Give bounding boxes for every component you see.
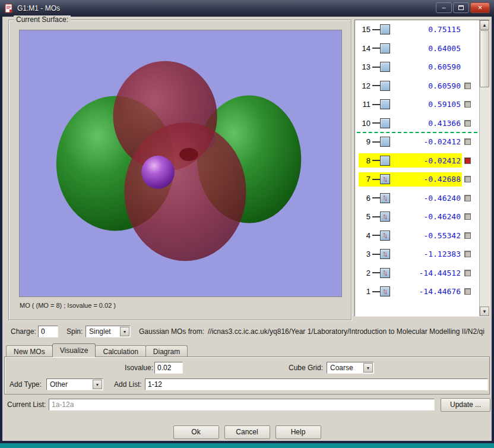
mo-occupancy-icon[interactable]: ↑↓: [380, 268, 390, 278]
spin-down-arrow-icon: ↓: [384, 269, 388, 277]
mo-surface-viewport[interactable]: [19, 30, 342, 297]
mo-occupancy-icon[interactable]: ↑↓: [380, 81, 390, 91]
mo-row[interactable]: 15 ↑↓ 0.75115: [355, 20, 479, 39]
mo-row[interactable]: 13 ↑↓ 0.60590: [355, 58, 479, 77]
scroll-down-icon[interactable]: ▼: [480, 307, 489, 316]
tab-bar: New MOs Visualize Calculation Diagram: [6, 344, 187, 357]
mo-checkbox[interactable]: [464, 288, 471, 295]
mo-checkbox[interactable]: [464, 101, 471, 108]
mo-row-main: 4 ↑↓ -0.55342: [359, 228, 462, 242]
mo-connector-line: [372, 160, 380, 161]
mo-checkbox[interactable]: [464, 83, 471, 89]
mo-checkbox[interactable]: [464, 251, 471, 257]
mo-occupancy-icon[interactable]: ↑↓: [380, 62, 390, 72]
add-list-input[interactable]: [145, 378, 488, 390]
mo-energy-value: -0.02412: [390, 137, 462, 146]
mo-row-main: 13 ↑↓ 0.60590: [359, 60, 462, 74]
ok-button[interactable]: Ok: [173, 425, 219, 439]
mo-energy-value: -0.46240: [390, 212, 462, 221]
mo-checkbox[interactable]: [464, 195, 471, 201]
mo-checkbox[interactable]: [464, 120, 471, 127]
mo-occupancy-icon[interactable]: ↑↓: [380, 118, 390, 128]
tab-diagram[interactable]: Diagram: [145, 345, 188, 357]
title-bar[interactable]: G1:M1 - MOs – ×: [0, 0, 494, 17]
mo-energy-value: 0.59105: [390, 100, 462, 109]
mo-occupancy-icon[interactable]: ↑↓: [380, 193, 390, 203]
cancel-button[interactable]: Cancel: [224, 425, 270, 439]
spin-down-arrow-icon: ↓: [384, 250, 388, 258]
mo-number: 1: [359, 287, 370, 296]
mo-row[interactable]: 14 ↑↓ 0.64005: [355, 39, 479, 58]
mo-number: 12: [359, 81, 370, 90]
mo-number: 13: [359, 62, 370, 71]
mo-row-main: 8 ↑↓ -0.02412: [359, 153, 462, 168]
cube-grid-label: Cube Grid:: [289, 364, 323, 372]
mo-list-rows: 15 ↑↓ 0.75115 14 ↑↓ 0.64005 13 ↑↓ 0.6059…: [355, 20, 479, 316]
mo-checkbox[interactable]: [464, 176, 471, 182]
source-path: //icnas3.cc.ic.ac.uk/yq816/Year 1/Labora…: [208, 327, 484, 336]
mo-row[interactable]: 10 ↑↓ 0.41366: [355, 114, 479, 133]
mo-number: 9: [359, 137, 370, 146]
mo-occupancy-icon[interactable]: ↑↓: [380, 174, 390, 184]
mo-checkbox[interactable]: [464, 270, 471, 276]
mo-row[interactable]: 3 ↑↓ -1.12383: [355, 245, 479, 264]
current-list-input[interactable]: [49, 399, 435, 411]
cube-grid-select[interactable]: Coarse ▼: [327, 362, 374, 374]
scroll-up-icon[interactable]: ▲: [480, 20, 489, 30]
mo-row[interactable]: 12 ↑↓ 0.60590: [355, 77, 479, 96]
mo-occupancy-icon[interactable]: ↑↓: [380, 212, 390, 222]
mo-occupancy-icon[interactable]: ↑↓: [380, 249, 390, 259]
mo-row[interactable]: 6 ↑↓ -0.46240: [355, 189, 479, 208]
mo-occupancy-icon[interactable]: ↑↓: [380, 43, 390, 53]
mo-row[interactable]: 2 ↑↓ -14.44512: [355, 264, 479, 283]
close-button[interactable]: ×: [470, 2, 490, 13]
mo-occupancy-icon[interactable]: ↑↓: [380, 286, 390, 296]
mo-row[interactable]: 9 ↑↓ -0.02412: [355, 132, 479, 152]
mo-connector-line: [372, 179, 380, 180]
mo-row-main: 2 ↑↓ -14.44512: [359, 266, 462, 280]
mo-energy-value: -1.12383: [390, 250, 462, 258]
mo-occupancy-icon[interactable]: ↑↓: [380, 24, 390, 34]
maximize-button[interactable]: [453, 2, 469, 13]
minimize-button[interactable]: –: [436, 2, 452, 13]
mo-occupancy-icon[interactable]: ↑↓: [380, 231, 390, 241]
mo-energy-value: -0.46240: [390, 194, 462, 203]
mo-checkbox[interactable]: [464, 157, 471, 164]
mo-row[interactable]: 4 ↑↓ -0.55342: [355, 226, 479, 245]
charge-input[interactable]: [38, 326, 58, 337]
mo-connector-line: [372, 141, 380, 143]
mo-number: 5: [359, 212, 370, 221]
mo-checkbox[interactable]: [464, 138, 471, 145]
mo-energy-value: 0.41366: [390, 119, 462, 128]
mo-row[interactable]: 5 ↑↓ -0.46240: [355, 207, 479, 226]
mo-row[interactable]: 11 ↑↓ 0.59105: [355, 95, 479, 114]
mo-checkbox[interactable]: [464, 213, 471, 220]
update-button[interactable]: Update ...: [441, 398, 490, 412]
mo-occupancy-icon[interactable]: ↑↓: [380, 137, 390, 147]
mo-row-main: 6 ↑↓ -0.46240: [359, 191, 462, 205]
mo-occupancy-icon[interactable]: ↑↓: [380, 156, 390, 166]
tab-new-mos[interactable]: New MOs: [6, 345, 53, 357]
help-button[interactable]: Help: [276, 425, 321, 439]
mo-checkbox[interactable]: [464, 232, 471, 239]
mo-row[interactable]: 7 ↑↓ -0.42688: [355, 170, 479, 189]
mo-occupancy-icon[interactable]: ↑↓: [380, 99, 390, 109]
mo-connector-line: [372, 85, 380, 86]
isovalue-input[interactable]: [154, 362, 183, 374]
add-list-label: Add List:: [114, 380, 142, 389]
cube-grid-value: Coarse: [327, 364, 363, 372]
mo-list-scrollbar[interactable]: ▲ ▼: [479, 20, 489, 316]
tab-label: Calculation: [103, 348, 138, 356]
tab-visualize[interactable]: Visualize: [52, 343, 96, 357]
mo-number: 10: [359, 119, 370, 128]
mo-row[interactable]: 8 ↑↓ -0.02412: [355, 152, 479, 171]
homo-lumo-separator: [357, 132, 477, 133]
scrollbar-thumb[interactable]: [480, 30, 489, 87]
add-type-select[interactable]: Other ▼: [46, 378, 103, 390]
mo-energy-value: 0.60590: [390, 81, 462, 90]
mo-row[interactable]: 1 ↑↓ -14.44676: [355, 282, 479, 301]
isovalue-label: Isovalue:: [125, 364, 153, 372]
spin-select[interactable]: Singlet ▼: [86, 326, 131, 337]
tab-calculation[interactable]: Calculation: [95, 345, 145, 357]
surface-caption: MO ( (MO = 8) ; Isovalue = 0.02 ): [20, 302, 116, 309]
